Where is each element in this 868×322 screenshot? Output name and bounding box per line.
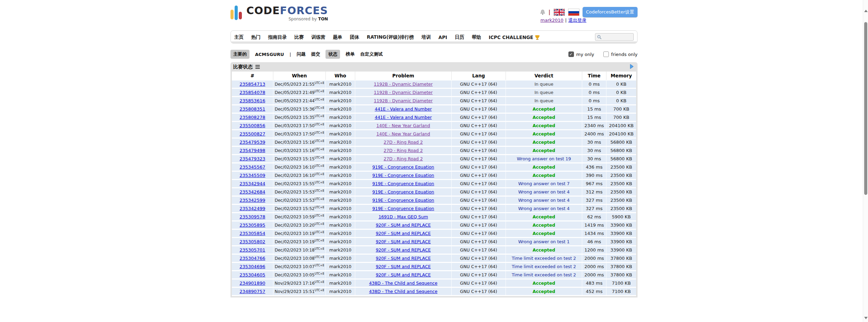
- verdict-text[interactable]: Time limit exceeded on test 2: [512, 272, 576, 277]
- problem-link[interactable]: 438D - The Child and Sequence: [369, 289, 437, 294]
- submission-id-link[interactable]: 235808351: [239, 106, 265, 112]
- problem-link[interactable]: 919E - Congruence Equation: [372, 206, 434, 211]
- verdict-text[interactable]: Accepted: [532, 231, 555, 236]
- problem-link[interactable]: 919E - Congruence Equation: [372, 198, 434, 203]
- submission-id-link[interactable]: 235342599: [239, 198, 265, 203]
- verdict-text[interactable]: Accepted: [532, 123, 555, 128]
- verdict-text[interactable]: Accepted: [532, 148, 555, 153]
- verdict-text[interactable]: Accepted: [532, 115, 555, 120]
- submission-id-link[interactable]: 235305802: [239, 239, 265, 244]
- bell-icon[interactable]: [540, 9, 545, 15]
- submission-id-link[interactable]: 235305701: [239, 247, 265, 253]
- problem-link[interactable]: 27D - Ring Road 2: [384, 156, 423, 161]
- my-only-checkbox-box[interactable]: ✓: [568, 51, 574, 57]
- verdict-text[interactable]: Accepted: [532, 140, 555, 145]
- submission-id-link[interactable]: 235500856: [239, 123, 265, 128]
- problem-link[interactable]: 919E - Congruence Equation: [372, 181, 434, 186]
- nav-item-top[interactable]: 热门: [251, 31, 261, 42]
- submission-id-link[interactable]: 235808278: [239, 115, 265, 120]
- problem-link[interactable]: 919E - Congruence Equation: [372, 173, 434, 178]
- problem-link[interactable]: 1691D - Max GEQ Sum: [378, 214, 428, 219]
- problem-link[interactable]: 1192B - Dynamic Diameter: [374, 98, 433, 103]
- submission-id-link[interactable]: 235342944: [239, 181, 265, 186]
- my-only-checkbox[interactable]: ✓ my only: [568, 51, 594, 57]
- nav-item-calendar[interactable]: 日历: [455, 31, 464, 42]
- subnav-item-submit[interactable]: 提交: [311, 51, 320, 57]
- submission-id-link[interactable]: 234890757: [239, 289, 265, 294]
- problem-link[interactable]: 438D - The Child and Sequence: [369, 281, 437, 286]
- submission-id-link[interactable]: 235345509: [239, 173, 265, 178]
- subnav-item-main[interactable]: 主要的: [230, 50, 249, 59]
- subnav-item-custom-test[interactable]: 自定义测试: [360, 51, 383, 57]
- verdict-text[interactable]: Wrong answer on test 1: [518, 239, 570, 244]
- verdict-text[interactable]: In queue: [535, 98, 554, 103]
- problem-link[interactable]: 920F - SUM and REPLACE: [376, 239, 431, 244]
- submission-id-link[interactable]: 234901890: [239, 281, 265, 286]
- submission-id-link[interactable]: 235305895: [239, 222, 265, 228]
- submission-id-link[interactable]: 235304605: [239, 272, 265, 277]
- problem-link[interactable]: 920F - SUM and REPLACE: [376, 231, 431, 236]
- problem-link[interactable]: 140E - New Year Garland: [376, 123, 430, 128]
- problem-link[interactable]: 441E - Valera and Number: [375, 115, 432, 120]
- submission-id-link[interactable]: 235345567: [239, 164, 265, 170]
- problem-link[interactable]: 920F - SUM and REPLACE: [376, 256, 431, 261]
- scrollbar-thumb[interactable]: [864, 22, 867, 195]
- friends-only-checkbox[interactable]: friends only: [603, 51, 638, 57]
- submission-id-link[interactable]: 235500827: [239, 131, 265, 136]
- problem-link[interactable]: 1192B - Dynamic Diameter: [374, 82, 433, 87]
- friends-only-checkbox-box[interactable]: [603, 51, 609, 57]
- ru-flag-icon[interactable]: [568, 9, 579, 16]
- submission-id-link[interactable]: 235309578: [239, 214, 265, 219]
- verdict-text[interactable]: Accepted: [532, 173, 555, 178]
- subnav-item-status[interactable]: 状态: [326, 50, 340, 59]
- verdict-text[interactable]: Accepted: [532, 222, 555, 228]
- codeforces-better-settings-button[interactable]: CodeforcesBetter设置: [583, 7, 638, 17]
- nav-item-catalog[interactable]: 指南目录: [268, 31, 287, 42]
- problem-link[interactable]: 919E - Congruence Equation: [372, 164, 434, 170]
- nav-item-api[interactable]: API: [438, 32, 447, 42]
- verdict-text[interactable]: Accepted: [532, 289, 555, 294]
- problem-link[interactable]: 441E - Valera and Number: [375, 106, 432, 112]
- verdict-text[interactable]: Accepted: [532, 247, 555, 253]
- nav-item-gym[interactable]: 训练营: [311, 31, 326, 42]
- nav-item-groups[interactable]: 团体: [350, 31, 359, 42]
- verdict-text[interactable]: In queue: [535, 82, 554, 87]
- nav-item-icpc-challenge[interactable]: ICPC CHALLENGE: [489, 32, 540, 42]
- problem-link[interactable]: 919E - Congruence Equation: [372, 189, 434, 195]
- verdict-text[interactable]: In queue: [535, 90, 554, 95]
- problem-link[interactable]: 920F - SUM and REPLACE: [376, 247, 431, 253]
- nav-item-rating[interactable]: RATING(评级)排行榜: [367, 31, 414, 42]
- submission-id-link[interactable]: 235854713: [239, 82, 265, 87]
- problem-link[interactable]: 1192B - Dynamic Diameter: [374, 90, 433, 95]
- vertical-scrollbar[interactable]: [863, 0, 868, 322]
- verdict-text[interactable]: Accepted: [532, 281, 555, 286]
- filter-list-icon[interactable]: [255, 65, 260, 69]
- verdict-text[interactable]: Accepted: [532, 131, 555, 136]
- search-box[interactable]: [595, 33, 634, 41]
- submission-id-link[interactable]: 235479498: [239, 148, 265, 153]
- uk-flag-icon[interactable]: [554, 9, 565, 16]
- verdict-text[interactable]: Wrong answer on test 7: [518, 181, 570, 186]
- submission-id-link[interactable]: 235342499: [239, 206, 265, 211]
- submission-id-link[interactable]: 235304696: [239, 264, 265, 269]
- submission-id-link[interactable]: 235479539: [239, 140, 265, 145]
- problem-link[interactable]: 920F - SUM and REPLACE: [376, 222, 431, 228]
- verdict-text[interactable]: Accepted: [532, 164, 555, 170]
- verdict-text[interactable]: Wrong answer on test 4: [518, 198, 570, 203]
- logout-link[interactable]: 退出登录: [568, 18, 586, 23]
- nav-item-contests[interactable]: 比赛: [294, 31, 304, 42]
- problem-link[interactable]: 140E - New Year Garland: [376, 131, 430, 136]
- verdict-text[interactable]: Accepted: [532, 214, 555, 219]
- codeforces-logo[interactable]: CODEFORCES Sponsored by TON: [230, 4, 328, 28]
- scrollbar-up-arrow[interactable]: [864, 10, 868, 12]
- username-link[interactable]: mark2010: [540, 18, 564, 23]
- submission-id-link[interactable]: 235853616: [239, 98, 265, 103]
- submission-id-link[interactable]: 235854078: [239, 90, 265, 95]
- submission-id-link[interactable]: 235479323: [239, 156, 265, 161]
- submission-id-link[interactable]: 235342684: [239, 189, 265, 195]
- submission-id-link[interactable]: 235305854: [239, 231, 265, 236]
- problem-link[interactable]: 27D - Ring Road 2: [384, 148, 423, 153]
- nav-item-help[interactable]: 帮助: [472, 31, 481, 42]
- problem-link[interactable]: 920F - SUM and REPLACE: [376, 264, 431, 269]
- verdict-text[interactable]: Time limit exceeded on test 2: [512, 256, 576, 261]
